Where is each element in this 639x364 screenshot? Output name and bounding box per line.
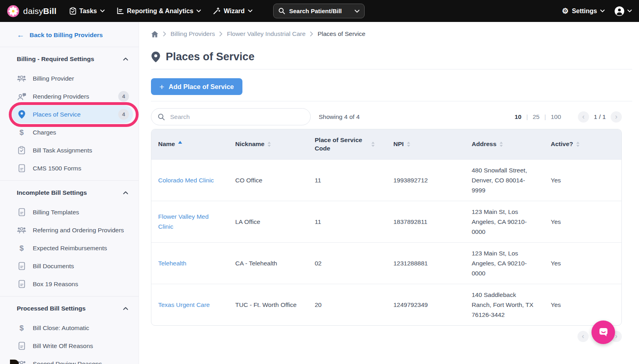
chevron-down-icon	[100, 10, 105, 12]
column-header-npi[interactable]: NPI	[387, 129, 465, 159]
sidebar-item-label: Bill Task Assignments	[33, 147, 92, 154]
sidebar-item-second-review-reasons[interactable]: Second Review Reasons	[12, 355, 133, 364]
back-to-billing-providers-link[interactable]: ← Back to Billing Providers	[0, 22, 139, 47]
nav-tasks[interactable]: Tasks	[69, 7, 105, 15]
chat-launcher-button[interactable]	[591, 320, 615, 344]
home-icon[interactable]	[151, 31, 159, 38]
dollar-icon: $	[17, 324, 26, 332]
sidebar-item-box-19-reasons[interactable]: Box 19 Reasons	[12, 275, 133, 293]
column-header-nickname[interactable]: Nickname	[228, 129, 308, 159]
sidebar-item-label: Places of Service	[33, 111, 81, 118]
chevron-down-icon	[600, 10, 605, 12]
separator: |	[526, 113, 528, 121]
column-header-active[interactable]: Active?	[544, 129, 621, 159]
place-link[interactable]: Telehealth	[158, 260, 187, 267]
page-title: Places of Service	[166, 51, 254, 63]
sort-icon	[500, 142, 503, 147]
sidebar-item-bill-close-automatic[interactable]: $ Bill Close: Automatic	[12, 319, 133, 337]
breadcrumb-current: Places of Service	[318, 30, 365, 38]
prev-page-button[interactable]: ‹	[577, 331, 589, 342]
person-chat-icon	[17, 93, 26, 101]
sidebar-item-rendering-providers[interactable]: Rendering Providers 4	[12, 87, 133, 105]
page-indicator: 1 / 1	[594, 113, 606, 121]
sidebar-item-bill-documents[interactable]: Bill Documents	[12, 257, 133, 275]
search-input[interactable]	[169, 113, 304, 121]
next-page-button[interactable]: ›	[611, 111, 622, 123]
account-menu[interactable]	[614, 6, 632, 16]
sidebar-item-label: Expected Reimbursements	[33, 245, 107, 252]
clipboard-check-icon	[17, 146, 26, 154]
place-link[interactable]: Colorado Med Clinic	[158, 177, 214, 184]
daisybill-logo[interactable]: daisyBill	[7, 5, 57, 17]
breadcrumb-billing-providers[interactable]: Billing Providers	[171, 30, 215, 38]
active-cell: Yes	[544, 159, 621, 201]
table-search[interactable]	[151, 108, 311, 125]
npi-cell: 1231288881	[387, 242, 465, 284]
prev-page-button[interactable]: ‹	[578, 111, 589, 123]
sidebar-item-referring-ordering-providers[interactable]: Referring and Ordering Providers	[12, 221, 133, 239]
page-size-100[interactable]: 100	[551, 113, 561, 121]
breadcrumb: Billing Providers Flower Valley Industri…	[151, 30, 622, 38]
divider	[0, 47, 139, 47]
table-toolbar: Showing 4 of 4 10 | 25 | 100 ‹ 1 / 1 ›	[151, 108, 622, 125]
active-cell: Yes	[544, 284, 621, 325]
breadcrumb-flower-valley[interactable]: Flower Valley Industrial Care	[227, 30, 306, 38]
page-size-10[interactable]: 10	[514, 113, 521, 121]
page-size-25[interactable]: 25	[533, 113, 540, 121]
count-badge: 4	[118, 109, 129, 120]
sidebar-item-places-of-service[interactable]: Places of Service 4	[12, 105, 133, 123]
table-row: Telehealth CA - Telehealth 02 1231288881…	[151, 242, 621, 284]
chevron-right-icon	[163, 32, 166, 36]
dollar-icon: $	[17, 244, 26, 252]
column-header-name[interactable]: Name	[151, 129, 228, 159]
showing-count: Showing 4 of 4	[319, 113, 360, 121]
sidebar-item-expected-reimbursements[interactable]: $ Expected Reimbursements	[12, 239, 133, 257]
clipboard-icon	[69, 7, 76, 15]
sort-icon	[576, 142, 579, 147]
sidebar-item-bill-write-off-reasons[interactable]: Bill Write Off Reasons	[12, 337, 133, 355]
divider	[0, 180, 139, 181]
column-header-address[interactable]: Address	[465, 129, 544, 159]
sidebar-item-charges[interactable]: $ Charges	[12, 123, 133, 141]
sidebar-item-label: Box 19 Reasons	[33, 281, 78, 288]
sidebar-item-label: Billing Provider	[33, 75, 74, 82]
plus-icon: +	[159, 83, 164, 91]
add-place-of-service-button[interactable]: + Add Place of Service	[151, 78, 242, 95]
bottom-pagination: ‹ 1 / 1 ›	[151, 331, 622, 342]
nickname-cell: TUC - Ft. Worth Office	[228, 284, 308, 325]
place-link[interactable]: Texas Urgent Care	[158, 301, 210, 308]
divider	[151, 69, 632, 69]
settings-sidebar: ← Back to Billing Providers Billing - Re…	[0, 22, 139, 364]
place-link[interactable]: Flower Valley Med Clinic	[158, 213, 208, 230]
table-row: Flower Valley Med Clinic LA Office 11 18…	[151, 201, 621, 242]
places-of-service-table: Name Nickname Place of Service Code NPI …	[151, 129, 622, 326]
sort-asc-icon	[178, 141, 182, 144]
brand-name: daisyBill	[23, 6, 57, 16]
nav-reporting-analytics[interactable]: Reporting & Analytics	[117, 7, 201, 15]
sidebar-item-bill-task-assignments[interactable]: Bill Task Assignments	[12, 141, 133, 159]
chevron-right-icon	[310, 32, 313, 36]
sidebar-item-billing-provider[interactable]: Billing Provider	[12, 69, 133, 87]
patient-bill-search[interactable]: Search Patient/Bill	[273, 4, 365, 18]
sidebar-item-label: Bill Write Off Reasons	[33, 342, 93, 350]
sidebar-item-label: Rendering Providers	[33, 93, 89, 100]
nav-wizard[interactable]: Wizard	[213, 7, 252, 15]
divider	[0, 296, 139, 297]
settings-menu[interactable]: ⚙ Settings	[562, 7, 605, 15]
chevron-up-icon[interactable]	[123, 191, 128, 194]
nav-reporting-label: Reporting & Analytics	[127, 8, 194, 15]
address-cell: 123 Main St, Los Angeles, CA 90210-0000	[465, 242, 544, 284]
sidebar-item-billing-templates[interactable]: Billing Templates	[12, 203, 133, 221]
settings-label: Settings	[572, 8, 597, 15]
chevron-up-icon[interactable]	[123, 307, 128, 310]
sidebar-section-processed-bill: Processed Bill Settings	[0, 298, 139, 319]
address-cell: 140 Saddleback Ranch, Fort Worth, TX 761…	[465, 284, 544, 325]
page-title-row: Places of Service	[151, 49, 622, 65]
chevron-up-icon[interactable]	[123, 57, 128, 61]
sidebar-item-cms-1500-forms[interactable]: CMS 1500 Forms	[12, 159, 133, 177]
people-icon	[17, 75, 26, 82]
column-header-pos-code[interactable]: Place of Service Code	[308, 129, 387, 159]
sidebar-item-label: Bill Close: Automatic	[33, 324, 89, 332]
nickname-cell: CO Office	[228, 159, 308, 201]
dollar-icon: $	[17, 129, 26, 136]
